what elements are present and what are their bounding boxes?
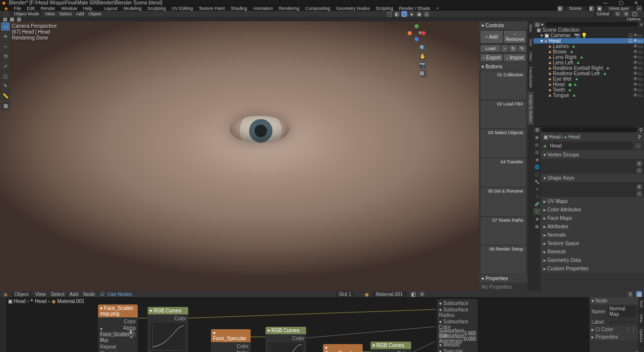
remove-button[interactable]: − Remove (504, 31, 526, 43)
panel-attrs[interactable]: ▸ Attributes (540, 222, 644, 231)
shading-icon-1[interactable]: ▤ (3, 17, 7, 21)
node-rgb-curves-1[interactable]: ▾ RGB Curves Color X: 0.4757Y: 0.2833 Fa… (148, 307, 188, 352)
ptab-data[interactable]: ▽ (534, 208, 540, 215)
panel-uvmaps[interactable]: ▸ UV Maps (540, 197, 644, 205)
shading-solid-icon[interactable]: ● (409, 11, 415, 17)
ortho-toggle[interactable]: ▦ (420, 70, 427, 77)
import-button[interactable]: ↓ Import (504, 54, 526, 61)
viewlayer-selector[interactable]: ViewLayer (603, 6, 634, 11)
controls-header[interactable]: ▾ Controls (479, 21, 528, 30)
nntab-nodewrangler[interactable]: Node Wrangl (638, 346, 644, 352)
tab-texturepaint[interactable]: Texture Paint (196, 6, 227, 11)
add-button[interactable]: + Add (481, 31, 503, 43)
vertexgroups-list[interactable]: +− (540, 159, 644, 174)
shading-render-icon[interactable]: ◎ (424, 11, 429, 17)
props-editor-icon[interactable]: ⚙ (535, 127, 539, 133)
menu-window[interactable]: Window (59, 6, 80, 11)
outliner-editor-icon[interactable]: ▤ (535, 22, 539, 27)
reload-icon-button[interactable]: ↻ (509, 45, 517, 52)
nside-node-header[interactable]: ▾ Node (590, 297, 638, 304)
tab-compositing[interactable]: Compositing (303, 6, 332, 11)
tool-scale[interactable]: ⤢ (1, 62, 10, 70)
node-mode[interactable]: Object (11, 292, 32, 297)
tool-select-box[interactable]: ▭ (1, 22, 10, 31)
tool-annotate[interactable]: ✎ (1, 82, 10, 90)
menu-help[interactable]: Help (81, 6, 95, 11)
ptab-modifiers[interactable]: 🔧 (534, 178, 540, 185)
menu-render[interactable]: Render (38, 6, 58, 11)
remove-sk-button[interactable]: − (637, 191, 642, 197)
btn-07[interactable]: 07 Textre Paths (481, 217, 526, 245)
btn-05[interactable]: 05 Del & Rename (481, 188, 526, 216)
xray-icon[interactable]: ◐ (394, 11, 400, 17)
tab-geonodes[interactable]: Geometry Nodes (333, 6, 372, 11)
ptab-texture[interactable]: ▦ (534, 223, 540, 230)
nntab-options[interactable]: Options (638, 326, 644, 346)
node-rgb-curves-3[interactable]: ▾ RGB Curves Color X: 0.3916Y: 0.2563 Fa… (371, 342, 411, 352)
panel-texspace[interactable]: ▸ Texture Space (540, 239, 644, 248)
tool-move[interactable]: ↔ (1, 42, 10, 50)
props-search[interactable] (541, 127, 638, 132)
tab-animation[interactable]: Animation (251, 6, 275, 11)
ptab-render[interactable]: ▣ (534, 134, 540, 141)
active-node-name[interactable]: Normal Map (608, 305, 636, 317)
ptab-world[interactable]: 🌐 (534, 163, 540, 170)
proportional-icon[interactable]: ◯ (632, 11, 638, 17)
buttons-header[interactable]: ▾ Buttons (479, 62, 528, 71)
vp-menu-select[interactable]: Select (57, 11, 73, 16)
node-face-specular[interactable]: ▾ Face_Specular Color Alpha ▾ Face_Specu… (211, 329, 251, 352)
outliner-display-mode[interactable]: ▾ (541, 22, 543, 27)
btn-01[interactable]: 01 Collection (481, 71, 526, 100)
remove-vg-button[interactable]: − (637, 168, 642, 173)
properties-header[interactable]: ▾ Properties (479, 274, 528, 283)
options-dropdown[interactable]: Options (625, 17, 642, 21)
material-selector[interactable]: Material.001 (373, 292, 407, 297)
tab-sculpting[interactable]: Sculpting (145, 6, 168, 11)
panel-remesh[interactable]: ▸ Remesh (540, 248, 644, 256)
editor-type-icon[interactable]: ⬚ (2, 11, 9, 16)
ntab-tool[interactable]: Tool (528, 36, 534, 50)
vp-menu-view[interactable]: View (44, 11, 56, 16)
overlay-toggles[interactable]: ⬚ (386, 11, 392, 17)
nntab-view[interactable]: View (638, 311, 644, 326)
slot-selector[interactable]: Slot 1 (336, 292, 355, 297)
tab-uvediting[interactable]: UV Editing (169, 6, 196, 11)
ptab-particles[interactable]: ✦ (534, 186, 540, 193)
tab-rendershade[interactable]: Render / Shade (396, 6, 432, 11)
node-face-scatter[interactable]: ▾ Face_Scatter map.png Color Alpha ▾ Fac… (98, 304, 138, 352)
edit-icon-button[interactable]: ✎ (518, 45, 526, 52)
viewport-3d[interactable]: Camera Perspective (67) Head | Head Rend… (0, 21, 479, 291)
outliner-tree[interactable]: ▣Scene Collection ▾▣Cameras📷 💡☑👁▭ ▾Head☑… (534, 27, 644, 126)
node-canvas[interactable]: ▣Head› Head› ◉Material.001 ▾ Face_Scatte… (6, 297, 590, 352)
ntab-item[interactable]: Item (528, 21, 534, 36)
outliner-search[interactable] (545, 22, 639, 27)
ptab-constraints[interactable]: 🔗 (534, 201, 540, 207)
ne-view[interactable]: View (34, 292, 48, 297)
shapekeys-list[interactable]: +− (540, 182, 644, 197)
vp-menu-add[interactable]: Add (74, 11, 85, 16)
pan-button[interactable]: ✋ (420, 53, 427, 60)
tab-modeling[interactable]: Modeling (121, 6, 144, 11)
ntab-scriptbutton[interactable]: Script To Button (528, 92, 534, 126)
node-rgb-curves-2[interactable]: ▾ RGB Curves Color X: 0.4992Y: 0.4506 Fa… (266, 327, 306, 352)
navigation-gizmo[interactable]: ​ (408, 24, 426, 42)
pivot-icon[interactable]: ⊙ (615, 11, 621, 17)
minimize-button[interactable]: — (599, 0, 612, 5)
tab-rendering[interactable]: Rendering (276, 6, 302, 11)
panel-colorattrs[interactable]: ▸ Color Attributes (540, 205, 644, 214)
menu-edit[interactable]: Edit (25, 6, 38, 11)
ntab-facebuilder[interactable]: FaceBuilder (528, 64, 534, 92)
shading-icon-2[interactable]: ▦ (10, 17, 14, 21)
add-sk-button[interactable]: + (637, 184, 642, 190)
ne-usenodes[interactable]: ☑ Use Nodes (99, 292, 135, 297)
viewlayer-remove-icon[interactable]: ▭ (636, 5, 642, 11)
ptab-object[interactable]: ▢ (534, 171, 540, 178)
tab-scripting[interactable]: Scripting (373, 6, 395, 11)
node-principled[interactable]: ● Subsurface ● Subsurface Radius ● Subsu… (437, 299, 478, 352)
tab-layout[interactable]: Layout (102, 6, 120, 11)
btn-04[interactable]: 04 Transfer (481, 158, 526, 187)
panel-facemaps[interactable]: ▸ Face Maps (540, 214, 644, 222)
shading-matprev-icon[interactable]: ◉ (416, 11, 422, 17)
tool-rotate[interactable]: ⟲ (1, 52, 10, 60)
props-pin-icon[interactable]: ⚲ (639, 127, 643, 133)
